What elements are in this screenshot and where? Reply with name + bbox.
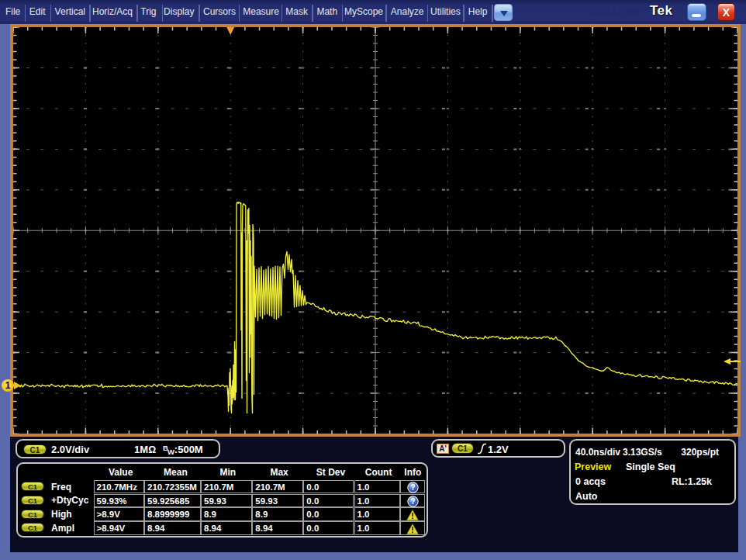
svg-text:?: ? [410, 497, 415, 506]
svg-text:?: ? [410, 483, 415, 492]
